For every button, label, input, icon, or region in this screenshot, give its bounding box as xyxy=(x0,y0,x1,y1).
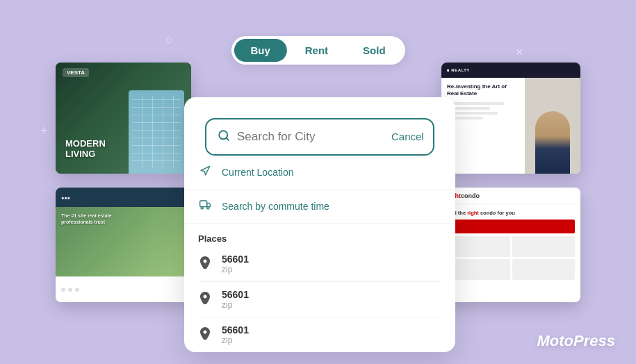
tab-buy[interactable]: Buy xyxy=(234,39,286,62)
car-icon xyxy=(198,199,212,213)
place-pin-icon-3 xyxy=(198,327,212,342)
svg-line-1 xyxy=(226,138,228,140)
card-rightcondo: rightcondo find the right condo for you xyxy=(441,188,580,302)
search-container: Cancel Current Location Search by commut… xyxy=(184,97,455,352)
card-rb-cell-1 xyxy=(447,236,510,257)
commute-time-label: Search by commute time xyxy=(222,201,329,212)
card-lb-tagline: The #1 site real estate professionals tr… xyxy=(61,213,124,225)
current-location-option[interactable]: Current Location xyxy=(184,156,455,190)
places-section: Places 56601 zip 56601 zip xyxy=(184,224,455,352)
footer-dot-3 xyxy=(75,288,79,292)
svg-point-5 xyxy=(201,207,203,209)
place-item-2[interactable]: 56601 zip xyxy=(198,282,441,317)
person-silhouette xyxy=(535,111,570,174)
current-location-label: Current Location xyxy=(222,167,294,178)
card-rt-logo: ■ REALTY xyxy=(447,68,470,72)
svg-marker-4 xyxy=(207,203,211,206)
search-icon xyxy=(218,129,230,144)
card-rt-line-1 xyxy=(447,102,505,105)
card-rb-red-banner xyxy=(447,220,575,233)
card-modern-living: VESTA MODERNLIVING xyxy=(56,63,191,174)
svg-rect-3 xyxy=(200,201,207,207)
card-headline-modern-living: MODERNLIVING xyxy=(65,138,106,160)
place-code-3: 56601 xyxy=(222,324,249,336)
search-outer-border: Cancel xyxy=(205,118,434,156)
place-pin-icon-1 xyxy=(198,256,212,272)
commute-time-option[interactable]: Search by commute time xyxy=(184,190,455,224)
footer-dot-1 xyxy=(61,288,65,292)
place-item-1[interactable]: 56601 zip xyxy=(198,247,441,282)
place-info-1: 56601 zip xyxy=(222,254,249,274)
card-rb-headline: find the right condo for you xyxy=(447,210,575,217)
deco-x-2: × xyxy=(516,45,523,60)
search-input[interactable] xyxy=(237,130,384,144)
svg-marker-2 xyxy=(201,166,210,175)
place-type-2: zip xyxy=(222,300,249,310)
deco-circle-3: ○ xyxy=(165,33,173,47)
place-type-3: zip xyxy=(222,336,249,345)
place-item-3[interactable]: 56601 zip xyxy=(198,317,441,352)
places-title: Places xyxy=(198,233,441,244)
cancel-button[interactable]: Cancel xyxy=(391,131,424,142)
place-info-3: 56601 zip xyxy=(222,324,249,345)
card-rb-cell-4 xyxy=(512,259,576,280)
search-bar: Cancel xyxy=(206,119,433,154)
place-type-1: zip xyxy=(222,265,249,274)
card-real-estate-pros: ●●● The #1 site real estate professional… xyxy=(56,188,191,302)
tab-sold[interactable]: Sold xyxy=(346,39,402,62)
place-code-1: 56601 xyxy=(222,254,249,265)
svg-point-6 xyxy=(207,207,209,209)
motopress-branding: MotoPress xyxy=(537,332,615,350)
place-info-2: 56601 zip xyxy=(222,289,249,310)
card-lb-logo: ●●● xyxy=(61,195,70,200)
card-rt-title: Re-inventing the Art of Real Estate xyxy=(447,83,519,98)
card-reinventing: ■ REALTY Re-inventing the Art of Real Es… xyxy=(441,63,580,174)
card-rb-cell-2 xyxy=(512,236,576,257)
place-pin-icon-2 xyxy=(198,292,212,307)
building-illustration xyxy=(129,90,184,174)
deco-plus-2: + xyxy=(40,124,48,138)
tabs-bar: Buy Rent Sold xyxy=(231,36,405,65)
footer-dot-2 xyxy=(68,288,72,292)
location-arrow-icon xyxy=(198,165,212,179)
card-logo-vesta: VESTA xyxy=(63,68,89,77)
place-code-2: 56601 xyxy=(222,289,249,300)
tab-rent[interactable]: Rent xyxy=(288,39,345,62)
card-rb-cell-3 xyxy=(447,259,510,280)
